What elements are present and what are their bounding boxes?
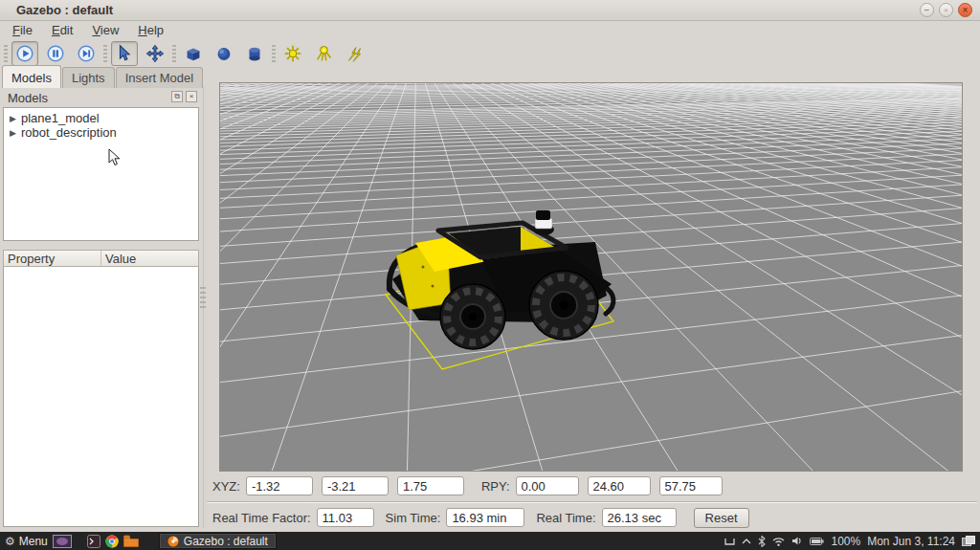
- models-dock-title: Models: [8, 91, 48, 105]
- menu-help[interactable]: Help: [128, 21, 173, 39]
- property-table-header: Property Value: [3, 250, 199, 267]
- toolbar-grip[interactable]: [272, 45, 276, 62]
- select-arrow-icon: [114, 43, 135, 64]
- panel-tabs: Models Lights Insert Model: [2, 67, 204, 88]
- yaw-field[interactable]: [659, 476, 723, 495]
- expander-icon[interactable]: ▶: [10, 114, 21, 123]
- panel-bolt: [432, 285, 434, 288]
- y-field[interactable]: [322, 476, 389, 495]
- terminal-launcher-icon[interactable]: [87, 535, 100, 548]
- panel-splitter-grip[interactable]: [200, 287, 206, 308]
- gear-icon: ⚙: [5, 535, 15, 548]
- x-field[interactable]: [246, 476, 313, 495]
- menu-view[interactable]: View: [82, 21, 128, 39]
- maximize-button[interactable]: ▫: [939, 3, 953, 17]
- dock-float-icon[interactable]: ⧉: [171, 91, 183, 102]
- directional-light-button[interactable]: [341, 41, 368, 66]
- wifi-icon[interactable]: [772, 537, 785, 546]
- real-time-factor-field[interactable]: [317, 508, 374, 527]
- task-label: Gazebo : default: [184, 535, 268, 548]
- real-time-field[interactable]: [602, 508, 677, 527]
- property-column-header[interactable]: Property: [4, 251, 101, 266]
- window-controls: − ▫ ×: [920, 3, 972, 17]
- reset-button[interactable]: Reset: [694, 508, 749, 528]
- tab-models[interactable]: Models: [2, 65, 61, 88]
- pitch-field[interactable]: [588, 476, 651, 495]
- front-right-wheel: [529, 271, 598, 340]
- tray-expand-icon[interactable]: [742, 538, 751, 545]
- z-field[interactable]: [397, 476, 464, 495]
- mouse-cursor: [108, 148, 121, 166]
- property-table-body[interactable]: [3, 267, 199, 527]
- pose-bar: XYZ: RPY:: [212, 475, 723, 496]
- xyz-label: XYZ:: [212, 479, 240, 494]
- toolbar-grip[interactable]: [172, 45, 176, 62]
- files-launcher-icon[interactable]: [123, 535, 139, 547]
- tab-insert-model[interactable]: Insert Model: [116, 67, 204, 88]
- real-time-factor-label: Real Time Factor:: [212, 511, 311, 525]
- menu-file[interactable]: File: [3, 21, 42, 39]
- play-button[interactable]: [11, 41, 38, 66]
- titlebar[interactable]: Gazebo : default − ▫ ×: [0, 0, 980, 21]
- status-bar: Real Time Factor: Sim Time: Real Time: R…: [212, 507, 749, 528]
- spot-light-button[interactable]: [310, 41, 337, 66]
- menubar: File Edit View Help: [0, 21, 980, 39]
- taskbar-gazebo-task[interactable]: Gazebo : default: [159, 533, 277, 549]
- toolbar-grip[interactable]: [4, 45, 8, 62]
- statusbar-separator: [207, 501, 977, 503]
- tree-item-label: robot_description: [21, 125, 117, 140]
- tab-lights[interactable]: Lights: [62, 67, 115, 88]
- close-button[interactable]: ×: [958, 3, 972, 17]
- panel-bolt: [422, 266, 425, 269]
- spot-light-icon: [313, 43, 334, 64]
- model-tree: ▶ plane1_model ▶ robot_description: [3, 107, 199, 241]
- minimize-button[interactable]: −: [920, 3, 934, 17]
- pause-button[interactable]: [42, 41, 69, 66]
- menu-label: Menu: [19, 535, 48, 548]
- tree-item-plane1-model[interactable]: ▶ plane1_model: [4, 111, 198, 125]
- expander-icon[interactable]: ▶: [10, 128, 21, 138]
- value-column-header[interactable]: Value: [101, 251, 198, 266]
- window-title: Gazebo : default: [16, 3, 113, 17]
- workspace-switcher-icon[interactable]: [962, 536, 975, 546]
- box-icon: [183, 43, 204, 64]
- play-icon: [14, 43, 35, 64]
- battery-icon[interactable]: [810, 538, 824, 545]
- point-light-button[interactable]: [279, 41, 306, 66]
- front-left-wheel: [440, 284, 505, 349]
- sensor-model[interactable]: [533, 210, 554, 235]
- sim-time-label: Sim Time:: [386, 511, 441, 525]
- insert-box-button[interactable]: [180, 41, 207, 66]
- system-menu-button[interactable]: ⚙ Menu: [5, 535, 48, 548]
- show-desktop-icon[interactable]: [724, 537, 735, 546]
- gazebo-window: Gazebo : default − ▫ × File Edit View He…: [0, 0, 980, 550]
- robot-model[interactable]: [220, 83, 962, 471]
- dock-close-icon[interactable]: ×: [186, 91, 197, 102]
- models-dock-titlebar: Models ⧉ ×: [4, 90, 199, 106]
- toolbar-grip[interactable]: [103, 45, 107, 62]
- render-viewport[interactable]: [219, 82, 963, 472]
- directional-light-icon: [344, 43, 365, 64]
- pause-icon: [45, 43, 66, 64]
- screenshot-thumbnail-icon[interactable]: [53, 535, 72, 548]
- rpy-label: RPY:: [481, 479, 510, 494]
- point-light-icon: [282, 43, 303, 64]
- clock[interactable]: Mon Jun 3, 11:24: [867, 535, 955, 548]
- real-time-label: Real Time:: [536, 511, 595, 525]
- bluetooth-icon[interactable]: [758, 536, 766, 547]
- insert-cylinder-button[interactable]: [241, 41, 268, 66]
- volume-icon[interactable]: [791, 536, 803, 546]
- step-button[interactable]: [73, 41, 100, 66]
- sim-time-field[interactable]: [446, 508, 524, 527]
- tree-item-label: plane1_model: [21, 111, 100, 125]
- select-tool-button[interactable]: [111, 41, 138, 66]
- insert-sphere-button[interactable]: [211, 41, 237, 66]
- move-icon: [145, 43, 166, 64]
- translate-tool-button[interactable]: [142, 41, 168, 66]
- sphere-icon: [213, 43, 234, 64]
- chrome-launcher-icon[interactable]: [105, 535, 119, 548]
- tree-item-robot-description[interactable]: ▶ robot_description: [4, 125, 198, 140]
- gazebo-logo-icon: [167, 536, 179, 547]
- roll-field[interactable]: [516, 476, 579, 495]
- menu-edit[interactable]: Edit: [42, 21, 82, 39]
